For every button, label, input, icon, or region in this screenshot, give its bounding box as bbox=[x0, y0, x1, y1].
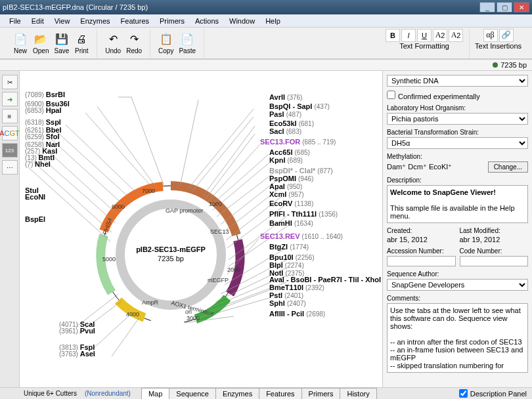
enzyme-label[interactable]: BspQI - SapI (437) bbox=[269, 102, 330, 110]
enzyme-label[interactable]: Eco53kI (681) bbox=[269, 119, 314, 127]
enzyme-label[interactable]: (6318) SspI bbox=[25, 118, 61, 126]
superscript-button[interactable]: A2 bbox=[433, 29, 447, 42]
tab-history[interactable]: History bbox=[340, 388, 376, 399]
enzyme-label[interactable]: PspOMI (946) bbox=[269, 175, 313, 182]
svg-line-29 bbox=[92, 312, 133, 350]
enzyme-label[interactable]: BlpI (2274) bbox=[269, 261, 304, 269]
italic-button[interactable]: I bbox=[401, 29, 416, 42]
sequence-type-select[interactable]: Synthetic DNA bbox=[387, 75, 528, 87]
new-button[interactable]: 📄New bbox=[13, 32, 28, 54]
tab-primers[interactable]: Primers bbox=[301, 388, 341, 399]
redo-button[interactable]: ↷Redo bbox=[126, 32, 142, 54]
enzyme-label[interactable]: AvrII (376) bbox=[269, 93, 302, 101]
menu-enzymes[interactable]: Enzymes bbox=[75, 16, 115, 26]
menu-file[interactable]: File bbox=[4, 16, 26, 26]
comments-text[interactable]: Use the tabs at the lower left to see wh… bbox=[387, 303, 528, 373]
copy-button[interactable]: 📋Copy bbox=[158, 32, 173, 54]
tab-features[interactable]: Features bbox=[259, 388, 301, 399]
enzyme-label[interactable]: (3763) AseI bbox=[59, 350, 95, 358]
tab-enzymes[interactable]: Enzymes bbox=[215, 388, 259, 399]
enzyme-label[interactable]: Bpu10I (2256) bbox=[269, 253, 315, 261]
primer-label[interactable]: SEC13.REV (1610 .. 1640) bbox=[260, 232, 343, 240]
svg-text:5000: 5000 bbox=[102, 256, 116, 262]
menu-view[interactable]: View bbox=[49, 16, 76, 26]
tool-dots[interactable]: ⋯ bbox=[2, 160, 18, 175]
confirmed-label: Confirmed experimentally bbox=[398, 93, 480, 100]
minimize-button[interactable]: _ bbox=[479, 2, 495, 12]
greek-button[interactable]: αβ bbox=[483, 29, 498, 42]
tool-123[interactable]: 123 bbox=[2, 143, 18, 158]
strain-label: Bacterial Transformation Strain: bbox=[387, 129, 528, 136]
menu-window[interactable]: Window bbox=[224, 16, 260, 26]
enzyme-label[interactable]: (7) NheI bbox=[25, 160, 51, 168]
open-button[interactable]: 📂Open bbox=[33, 32, 49, 54]
enzyme-label[interactable]: SacI (683) bbox=[269, 127, 301, 135]
enzyme-label[interactable]: Acc65I (685) bbox=[269, 148, 310, 156]
subscript-button[interactable]: A2 bbox=[449, 29, 463, 42]
confirmed-checkbox[interactable] bbox=[387, 91, 395, 99]
description-panel: Synthetic DNA Confirmed experimentally L… bbox=[382, 71, 532, 387]
tab-map[interactable]: Map bbox=[141, 388, 169, 399]
desc-panel-checkbox[interactable] bbox=[459, 389, 468, 398]
code-input[interactable] bbox=[460, 256, 529, 266]
enzyme-label[interactable]: BmeT110I (2392) bbox=[269, 284, 324, 291]
enzyme-label[interactable]: (7089) BsrBI bbox=[25, 91, 65, 98]
print-button[interactable]: 🖨Print bbox=[74, 32, 89, 54]
enzyme-label[interactable]: PstI (2401) bbox=[269, 291, 303, 299]
enzyme-label[interactable]: (6853) HpaI bbox=[25, 106, 62, 114]
svg-text:3000: 3000 bbox=[187, 315, 200, 322]
tool-cut[interactable]: ✂ bbox=[2, 75, 18, 89]
enzyme-label[interactable]: SphI (2407) bbox=[269, 299, 306, 307]
nonredundant-link[interactable]: (Nonredundant) bbox=[81, 388, 135, 398]
link-button[interactable]: 🔗 bbox=[499, 29, 514, 42]
menu-features[interactable]: Features bbox=[116, 16, 154, 26]
menu-help[interactable]: Help bbox=[260, 16, 286, 26]
enzyme-label[interactable]: (6259) SfoI bbox=[25, 133, 59, 140]
enzyme-label[interactable]: KpnI (689) bbox=[269, 156, 303, 164]
enzyme-label[interactable]: ApaI (950) bbox=[269, 182, 302, 190]
feature-aox1[interactable] bbox=[151, 320, 184, 323]
enzyme-label[interactable]: BspEI bbox=[25, 215, 45, 223]
menu-bar: File Edit View Enzymes Features Primers … bbox=[0, 14, 532, 28]
tab-sequence[interactable]: Sequence bbox=[169, 388, 216, 399]
feature-ampr[interactable] bbox=[100, 235, 112, 293]
enzyme-label[interactable]: AvaI - BsoBI - PaeR7I - TliI - XhoI bbox=[269, 276, 381, 284]
menu-edit[interactable]: Edit bbox=[26, 16, 49, 26]
maximize-button[interactable]: ▢ bbox=[497, 2, 512, 12]
underline-button[interactable]: U bbox=[417, 29, 432, 42]
bold-button[interactable]: B bbox=[386, 29, 400, 42]
plasmid-map[interactable]: pIB2-SEC13-mEGFP 7235 bp 7000 1000 2000 … bbox=[20, 71, 382, 387]
tool-colors[interactable]: ACGT bbox=[2, 126, 18, 140]
menu-actions[interactable]: Actions bbox=[190, 16, 224, 26]
enzyme-label[interactable]: BtgZI (1774) bbox=[269, 243, 309, 251]
tool-align[interactable]: ≡ bbox=[2, 109, 18, 123]
change-button[interactable]: Change... bbox=[488, 161, 528, 173]
enzyme-label[interactable]: PasI (487) bbox=[269, 110, 301, 118]
strain-select[interactable]: DH5α bbox=[387, 137, 528, 149]
enzyme-label[interactable]: BspDI* - ClaI* (877) bbox=[269, 167, 333, 175]
close-button[interactable]: ✕ bbox=[514, 2, 529, 12]
description-text[interactable]: Welcome to SnapGene Viewer!This sample f… bbox=[387, 185, 528, 223]
svg-text:7000: 7000 bbox=[142, 188, 155, 194]
methylation-label: Methylation: bbox=[387, 153, 528, 160]
enzyme-label[interactable]: AflIII - PciI (2698) bbox=[269, 310, 325, 318]
host-label: Laboratory Host Organism: bbox=[387, 104, 528, 112]
enzyme-label[interactable]: PflFI - Tth111I (1356) bbox=[269, 210, 338, 218]
author-select[interactable]: SnapGene Developers bbox=[387, 279, 528, 291]
accession-input[interactable] bbox=[387, 256, 456, 266]
host-select[interactable]: Pichia pastoris bbox=[387, 113, 528, 125]
svg-line-37 bbox=[210, 155, 268, 206]
enzyme-label[interactable]: BamHI (1634) bbox=[269, 219, 313, 227]
undo-button[interactable]: ↶Undo bbox=[105, 32, 121, 54]
tool-arrow[interactable]: ➔ bbox=[2, 92, 18, 106]
enzyme-label[interactable]: XcmI (957) bbox=[269, 190, 304, 198]
enzyme-label[interactable]: EcoRV (1138) bbox=[269, 200, 313, 207]
svg-text:AmpR: AmpR bbox=[142, 299, 159, 306]
enzyme-label[interactable]: EcoNI bbox=[25, 193, 45, 201]
menu-primers[interactable]: Primers bbox=[154, 16, 190, 26]
paste-button[interactable]: 📄Paste bbox=[179, 32, 196, 54]
primer-label[interactable]: SEC13.FOR (685 .. 719) bbox=[260, 138, 336, 146]
enzyme-label[interactable]: (3961) PvuI bbox=[59, 327, 95, 335]
save-button[interactable]: 💾Save bbox=[54, 32, 69, 54]
svg-text:SEC13: SEC13 bbox=[210, 228, 229, 235]
